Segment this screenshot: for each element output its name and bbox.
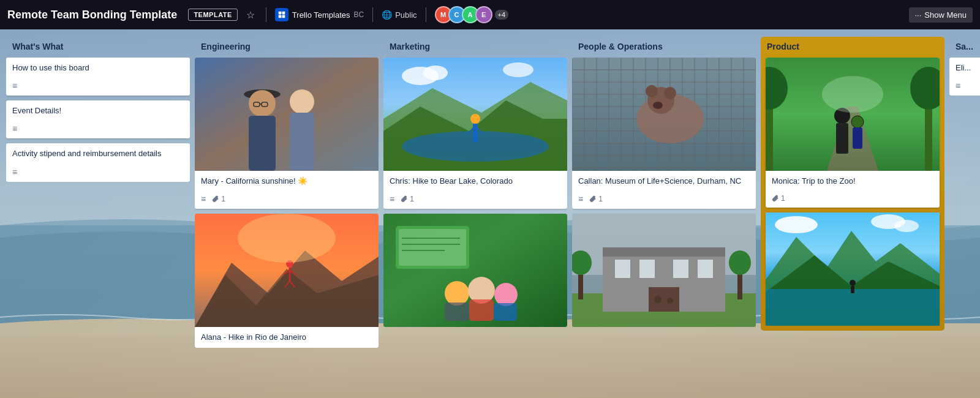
- columns-container: What's What How to use this board Event …: [0, 29, 980, 398]
- card-title-chris: Chris: Hike to Bear Lake, Colorado: [383, 171, 567, 192]
- card-alana[interactable]: Alana - Hike in Rio de Janeiro: [195, 214, 379, 348]
- card-image-stone-building: [572, 214, 756, 327]
- svg-rect-110: [766, 289, 940, 326]
- star-button[interactable]: ☆: [244, 7, 257, 23]
- card-how-to-use[interactable]: How to use this board: [6, 58, 190, 96]
- svg-rect-115: [851, 286, 854, 293]
- svg-rect-85: [615, 260, 630, 278]
- svg-rect-31: [473, 124, 478, 142]
- workspace-code: BC: [354, 10, 364, 19]
- card-title-callan: Callan: Museum of Life+Science, Durham, …: [572, 171, 756, 192]
- column-people-ops: People & Operations: [572, 37, 756, 391]
- divider-2: [372, 7, 373, 22]
- card-activity-stipend[interactable]: Activity stipend and reimbursement detai…: [6, 143, 190, 181]
- svg-point-11: [290, 89, 314, 114]
- card-mary[interactable]: Mary - California sunshine! ☀️ 1: [195, 58, 379, 209]
- workspace-info: Trello Templates BC: [275, 8, 364, 21]
- lines-icon-3: [12, 167, 17, 177]
- card-title-mary: Mary - California sunshine! ☀️: [195, 171, 379, 192]
- globe-icon: 🌐: [382, 10, 392, 20]
- card-event-details[interactable]: Event Details!: [6, 100, 190, 138]
- svg-point-104: [851, 116, 864, 128]
- show-menu-label: Show Menu: [924, 10, 967, 20]
- svg-rect-47: [469, 299, 494, 321]
- lines-icon-2: [12, 124, 17, 133]
- card-meta-chris: 1: [383, 192, 567, 209]
- card-monica[interactable]: Monica: Trip to the Zoo! 1: [766, 58, 940, 208]
- card-stone-building[interactable]: [572, 214, 756, 327]
- svg-rect-39: [399, 229, 466, 266]
- card-meta-mary: 1: [195, 192, 379, 209]
- svg-rect-87: [673, 260, 688, 278]
- svg-rect-84: [603, 247, 725, 257]
- card-image-callan: [572, 58, 756, 171]
- column-marketing: Marketing: [383, 37, 567, 391]
- attachment-icon-monica: 1: [772, 194, 785, 203]
- svg-rect-103: [836, 123, 848, 154]
- lines-icon-eli: [956, 81, 960, 91]
- card-title-activity-stipend: Activity stipend and reimbursement detai…: [6, 143, 190, 164]
- attachment-count-callan: 1: [598, 195, 603, 203]
- card-image-chris: [383, 58, 567, 171]
- attachment-icon-mary: 1: [212, 195, 225, 203]
- attachment-count-mary: 1: [221, 195, 225, 203]
- attachment-icon-chris: 1: [401, 195, 414, 203]
- app-header: Remote Team Bonding Template TEMPLATE ☆ …: [0, 0, 980, 29]
- card-meta-event-details: [6, 121, 190, 138]
- svg-rect-12: [290, 113, 314, 171]
- column-header-engineering: Engineering: [195, 37, 379, 55]
- lines-icon-chris: [390, 194, 394, 204]
- svg-point-78: [664, 87, 676, 99]
- card-title-eli: Eli...: [949, 58, 980, 78]
- column-header-product: Product: [761, 37, 944, 55]
- card-meta-activity-stipend: [6, 165, 190, 182]
- svg-point-113: [894, 220, 919, 232]
- lines-icon-1: [12, 81, 17, 91]
- avatar-overflow-count[interactable]: +4: [495, 10, 509, 20]
- svg-rect-3: [282, 15, 285, 18]
- svg-point-94: [654, 296, 662, 303]
- svg-point-30: [470, 114, 480, 124]
- svg-rect-88: [698, 260, 713, 278]
- card-image-mary: [195, 58, 379, 171]
- svg-rect-89: [649, 287, 679, 312]
- card-callan[interactable]: Callan: Museum of Life+Science, Durham, …: [572, 58, 756, 209]
- svg-rect-48: [494, 303, 517, 321]
- svg-rect-1: [282, 12, 285, 15]
- card-mountain-lake-2[interactable]: [766, 212, 940, 326]
- board: What's What How to use this board Event …: [0, 29, 980, 398]
- menu-dots: ···: [915, 10, 922, 20]
- svg-point-106: [822, 76, 883, 113]
- column-product: Product: [761, 37, 944, 391]
- svg-point-9: [249, 90, 276, 117]
- svg-rect-86: [639, 260, 655, 278]
- column-engineering: Engineering: [195, 37, 379, 391]
- visibility-badge[interactable]: 🌐 Public: [382, 10, 417, 20]
- workspace-icon: [275, 8, 288, 21]
- svg-point-114: [850, 280, 856, 286]
- card-sales-eli[interactable]: Eli...: [949, 58, 980, 96]
- card-title-alana: Alana - Hike in Rio de Janeiro: [195, 327, 379, 348]
- svg-rect-7: [195, 58, 379, 171]
- svg-point-77: [646, 85, 658, 97]
- show-menu-button[interactable]: ··· Show Menu: [909, 7, 973, 23]
- column-whats-what: What's What How to use this board Event …: [6, 37, 190, 391]
- card-chris[interactable]: Chris: Hike to Bear Lake, Colorado 1: [383, 58, 567, 209]
- card-title-how-to-use: How to use this board: [6, 58, 190, 78]
- column-header-sales: Sa...: [949, 37, 980, 55]
- svg-point-35: [423, 66, 448, 80]
- people-ops-cards: Callan: Museum of Life+Science, Durham, …: [572, 58, 756, 327]
- card-title-event-details: Event Details!: [6, 100, 190, 121]
- svg-point-36: [503, 62, 533, 77]
- board-title: Remote Team Bonding Template: [7, 9, 177, 21]
- card-meta-eli: [949, 78, 980, 96]
- card-group-outdoor[interactable]: [383, 214, 567, 327]
- template-badge[interactable]: TEMPLATE: [188, 9, 237, 21]
- avatar-4[interactable]: E: [475, 6, 492, 23]
- column-header-people-ops: People & Operations: [572, 37, 756, 55]
- engineering-cards: Mary - California sunshine! ☀️ 1: [195, 58, 379, 348]
- card-image-monica: [766, 58, 940, 171]
- member-avatars: M C A E +4: [435, 6, 509, 23]
- card-meta-callan: 1: [572, 192, 756, 209]
- workspace-name[interactable]: Trello Templates: [292, 10, 350, 20]
